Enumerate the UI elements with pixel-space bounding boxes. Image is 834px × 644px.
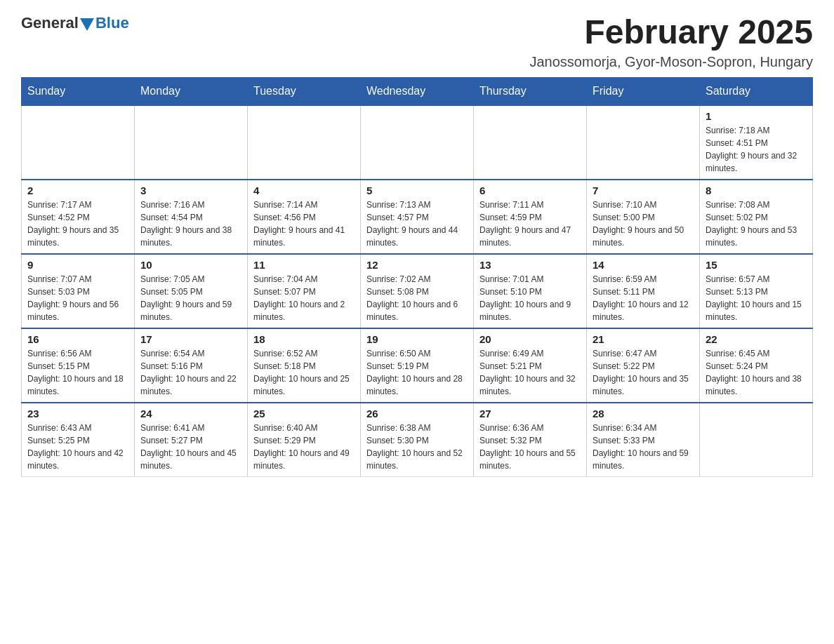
day-info: Sunrise: 7:01 AMSunset: 5:10 PMDaylight:… bbox=[479, 273, 581, 323]
day-info: Sunrise: 7:02 AMSunset: 5:08 PMDaylight:… bbox=[366, 273, 468, 323]
calendar-day-cell: 26Sunrise: 6:38 AMSunset: 5:30 PMDayligh… bbox=[361, 403, 474, 477]
day-number: 14 bbox=[593, 259, 694, 271]
calendar-day-cell: 15Sunrise: 6:57 AMSunset: 5:13 PMDayligh… bbox=[700, 254, 813, 328]
calendar-day-cell: 13Sunrise: 7:01 AMSunset: 5:10 PMDayligh… bbox=[474, 254, 587, 328]
day-info: Sunrise: 6:59 AMSunset: 5:11 PMDaylight:… bbox=[593, 273, 694, 323]
day-number: 27 bbox=[479, 408, 581, 420]
calendar-day-cell bbox=[248, 105, 361, 180]
calendar-day-cell: 1Sunrise: 7:18 AMSunset: 4:51 PMDaylight… bbox=[700, 105, 813, 180]
day-info: Sunrise: 6:40 AMSunset: 5:29 PMDaylight:… bbox=[253, 422, 355, 472]
calendar-day-cell: 23Sunrise: 6:43 AMSunset: 5:25 PMDayligh… bbox=[22, 403, 135, 477]
day-number: 16 bbox=[27, 333, 128, 345]
day-of-week-header: Saturday bbox=[700, 77, 813, 105]
calendar-day-cell: 2Sunrise: 7:17 AMSunset: 4:52 PMDaylight… bbox=[22, 180, 135, 254]
day-number: 18 bbox=[253, 333, 355, 345]
day-number: 22 bbox=[706, 333, 807, 345]
calendar-week-row: 16Sunrise: 6:56 AMSunset: 5:15 PMDayligh… bbox=[22, 328, 813, 403]
calendar-day-cell: 25Sunrise: 6:40 AMSunset: 5:29 PMDayligh… bbox=[248, 403, 361, 477]
calendar-day-cell bbox=[22, 105, 135, 180]
calendar-day-cell: 14Sunrise: 6:59 AMSunset: 5:11 PMDayligh… bbox=[587, 254, 700, 328]
day-number: 15 bbox=[706, 259, 807, 271]
calendar-day-cell: 16Sunrise: 6:56 AMSunset: 5:15 PMDayligh… bbox=[22, 328, 135, 403]
day-number: 9 bbox=[27, 259, 128, 271]
page-header: General Blue February 2025 Janossomorja,… bbox=[21, 14, 813, 70]
logo-triangle-icon bbox=[80, 18, 94, 31]
day-info: Sunrise: 7:07 AMSunset: 5:03 PMDaylight:… bbox=[27, 273, 128, 323]
calendar-day-cell: 19Sunrise: 6:50 AMSunset: 5:19 PMDayligh… bbox=[361, 328, 474, 403]
day-info: Sunrise: 6:43 AMSunset: 5:25 PMDaylight:… bbox=[27, 422, 128, 472]
calendar-day-cell: 22Sunrise: 6:45 AMSunset: 5:24 PMDayligh… bbox=[700, 328, 813, 403]
day-number: 13 bbox=[479, 259, 581, 271]
day-info: Sunrise: 6:56 AMSunset: 5:15 PMDaylight:… bbox=[27, 347, 128, 398]
day-info: Sunrise: 6:41 AMSunset: 5:27 PMDaylight:… bbox=[140, 422, 241, 472]
calendar-day-cell: 27Sunrise: 6:36 AMSunset: 5:32 PMDayligh… bbox=[474, 403, 587, 477]
calendar-day-cell bbox=[587, 105, 700, 180]
calendar-day-cell: 20Sunrise: 6:49 AMSunset: 5:21 PMDayligh… bbox=[474, 328, 587, 403]
day-of-week-header: Tuesday bbox=[248, 77, 361, 105]
day-info: Sunrise: 6:49 AMSunset: 5:21 PMDaylight:… bbox=[479, 347, 581, 398]
calendar-day-cell: 3Sunrise: 7:16 AMSunset: 4:54 PMDaylight… bbox=[135, 180, 248, 254]
calendar-day-cell: 11Sunrise: 7:04 AMSunset: 5:07 PMDayligh… bbox=[248, 254, 361, 328]
day-info: Sunrise: 7:08 AMSunset: 5:02 PMDaylight:… bbox=[706, 199, 807, 249]
calendar-week-row: 23Sunrise: 6:43 AMSunset: 5:25 PMDayligh… bbox=[22, 403, 813, 477]
calendar-day-cell: 7Sunrise: 7:10 AMSunset: 5:00 PMDaylight… bbox=[587, 180, 700, 254]
day-info: Sunrise: 6:38 AMSunset: 5:30 PMDaylight:… bbox=[366, 422, 468, 472]
day-number: 10 bbox=[140, 259, 241, 271]
day-number: 23 bbox=[27, 408, 128, 420]
calendar-day-cell: 5Sunrise: 7:13 AMSunset: 4:57 PMDaylight… bbox=[361, 180, 474, 254]
logo: General Blue bbox=[21, 14, 129, 32]
calendar-day-cell: 21Sunrise: 6:47 AMSunset: 5:22 PMDayligh… bbox=[587, 328, 700, 403]
calendar-day-cell bbox=[361, 105, 474, 180]
day-number: 4 bbox=[253, 185, 355, 196]
day-number: 8 bbox=[706, 185, 807, 196]
day-info: Sunrise: 7:04 AMSunset: 5:07 PMDaylight:… bbox=[253, 273, 355, 323]
day-info: Sunrise: 7:16 AMSunset: 4:54 PMDaylight:… bbox=[140, 199, 241, 249]
day-number: 11 bbox=[253, 259, 355, 271]
day-info: Sunrise: 6:45 AMSunset: 5:24 PMDaylight:… bbox=[706, 347, 807, 398]
day-info: Sunrise: 7:05 AMSunset: 5:05 PMDaylight:… bbox=[140, 273, 241, 323]
calendar-day-cell: 28Sunrise: 6:34 AMSunset: 5:33 PMDayligh… bbox=[587, 403, 700, 477]
day-number: 1 bbox=[706, 110, 807, 122]
day-info: Sunrise: 6:50 AMSunset: 5:19 PMDaylight:… bbox=[366, 347, 468, 398]
calendar-table: SundayMondayTuesdayWednesdayThursdayFrid… bbox=[21, 77, 813, 477]
days-of-week-row: SundayMondayTuesdayWednesdayThursdayFrid… bbox=[22, 77, 813, 105]
day-number: 24 bbox=[140, 408, 241, 420]
day-info: Sunrise: 6:36 AMSunset: 5:32 PMDaylight:… bbox=[479, 422, 581, 472]
day-of-week-header: Sunday bbox=[22, 77, 135, 105]
day-number: 17 bbox=[140, 333, 241, 345]
day-number: 19 bbox=[366, 333, 468, 345]
day-number: 12 bbox=[366, 259, 468, 271]
calendar-day-cell: 9Sunrise: 7:07 AMSunset: 5:03 PMDaylight… bbox=[22, 254, 135, 328]
day-number: 6 bbox=[479, 185, 581, 196]
calendar-day-cell bbox=[474, 105, 587, 180]
day-number: 2 bbox=[27, 185, 128, 196]
day-info: Sunrise: 7:17 AMSunset: 4:52 PMDaylight:… bbox=[27, 199, 128, 249]
calendar-week-row: 2Sunrise: 7:17 AMSunset: 4:52 PMDaylight… bbox=[22, 180, 813, 254]
day-info: Sunrise: 6:52 AMSunset: 5:18 PMDaylight:… bbox=[253, 347, 355, 398]
calendar-day-cell bbox=[135, 105, 248, 180]
calendar-day-cell: 4Sunrise: 7:14 AMSunset: 4:56 PMDaylight… bbox=[248, 180, 361, 254]
calendar-week-row: 9Sunrise: 7:07 AMSunset: 5:03 PMDaylight… bbox=[22, 254, 813, 328]
calendar-day-cell: 24Sunrise: 6:41 AMSunset: 5:27 PMDayligh… bbox=[135, 403, 248, 477]
logo-general-text: General bbox=[21, 14, 79, 32]
day-info: Sunrise: 6:57 AMSunset: 5:13 PMDaylight:… bbox=[706, 273, 807, 323]
calendar-day-cell: 12Sunrise: 7:02 AMSunset: 5:08 PMDayligh… bbox=[361, 254, 474, 328]
day-of-week-header: Monday bbox=[135, 77, 248, 105]
day-info: Sunrise: 7:18 AMSunset: 4:51 PMDaylight:… bbox=[706, 124, 807, 175]
day-number: 20 bbox=[479, 333, 581, 345]
calendar-day-cell: 10Sunrise: 7:05 AMSunset: 5:05 PMDayligh… bbox=[135, 254, 248, 328]
title-area: February 2025 Janossomorja, Gyor-Moson-S… bbox=[529, 14, 813, 70]
calendar-day-cell: 8Sunrise: 7:08 AMSunset: 5:02 PMDaylight… bbox=[700, 180, 813, 254]
day-number: 21 bbox=[593, 333, 694, 345]
day-info: Sunrise: 6:54 AMSunset: 5:16 PMDaylight:… bbox=[140, 347, 241, 398]
day-of-week-header: Wednesday bbox=[361, 77, 474, 105]
day-number: 25 bbox=[253, 408, 355, 420]
day-number: 7 bbox=[593, 185, 694, 196]
day-info: Sunrise: 7:10 AMSunset: 5:00 PMDaylight:… bbox=[593, 199, 694, 249]
day-info: Sunrise: 7:14 AMSunset: 4:56 PMDaylight:… bbox=[253, 199, 355, 249]
logo-blue-text: Blue bbox=[95, 14, 129, 32]
calendar-day-cell: 6Sunrise: 7:11 AMSunset: 4:59 PMDaylight… bbox=[474, 180, 587, 254]
day-number: 26 bbox=[366, 408, 468, 420]
calendar-week-row: 1Sunrise: 7:18 AMSunset: 4:51 PMDaylight… bbox=[22, 105, 813, 180]
day-info: Sunrise: 6:47 AMSunset: 5:22 PMDaylight:… bbox=[593, 347, 694, 398]
